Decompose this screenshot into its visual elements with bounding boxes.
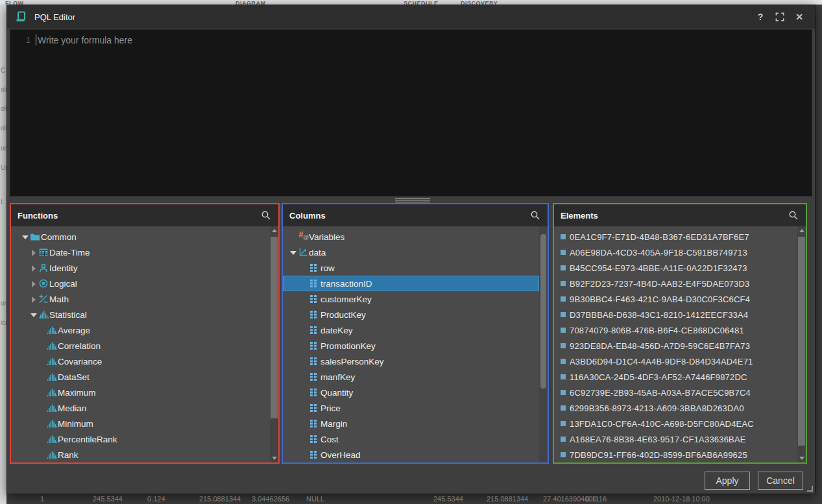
tree-item-label: transactionID	[320, 279, 372, 289]
functions-search-icon[interactable]	[260, 210, 272, 221]
tree-item-label: Identity	[49, 263, 78, 273]
tree-indent	[11, 361, 38, 362]
tree-item-Identity[interactable]: Identity	[11, 260, 270, 276]
element-item[interactable]: 923DE8DA-EB48-456D-A7D9-59C6E4B7FA73	[554, 338, 797, 354]
scroll-thumb[interactable]	[540, 234, 546, 389]
cancel-button[interactable]: Cancel	[758, 472, 803, 490]
tree-item-Math[interactable]: Math	[11, 291, 270, 307]
tree-item-Quantity[interactable]: Quantity	[283, 385, 539, 400]
tree-item-Margin[interactable]: Margin	[283, 416, 539, 431]
chevron-down-icon[interactable]	[21, 233, 30, 241]
scroll-thumb[interactable]	[798, 237, 805, 446]
tree-item-manfKey[interactable]: manfKey	[283, 369, 539, 385]
background-left-panel: ColuoluolunnUntonica	[0, 5, 6, 504]
element-item[interactable]: 0EA1C9F7-E71D-4B48-B367-6ED31A7BF6E7	[554, 229, 797, 245]
columns-panel-header: Columns	[283, 204, 548, 226]
background-table-value: 245.5344	[93, 495, 123, 503]
columns-scrollbar[interactable]	[539, 226, 548, 462]
element-item[interactable]: D37BBBA8-D638-43C1-8210-1412EECF33A4	[554, 307, 797, 322]
element-item[interactable]: 9B30BBC4-F463-421C-9AB4-D30C0F3C6CF4	[554, 291, 797, 307]
logical-icon	[38, 278, 49, 289]
column-grid-icon	[309, 434, 320, 444]
tree-item-Average[interactable]: Average	[11, 322, 270, 338]
scroll-down-button[interactable]	[270, 453, 278, 462]
maximize-icon	[775, 12, 784, 21]
element-item[interactable]: 7DB9DC91-FF66-402D-8599-BF6AB6A99625	[554, 447, 797, 462]
element-guid: 9B30BBC4-F463-421C-9AB4-D30C0F3C6CF4	[570, 294, 750, 304]
chevron-down-icon[interactable]	[30, 311, 38, 319]
tree-item-Minimum[interactable]: Minimum	[11, 416, 270, 431]
column-grid-icon	[309, 294, 320, 304]
tree-item-Date-Time[interactable]: Date-Time	[11, 245, 270, 260]
element-guid: 70874079-806B-476B-B6F4-CE868DC06481	[570, 326, 744, 335]
tree-item-row[interactable]: row	[283, 260, 539, 276]
scroll-thumb[interactable]	[271, 237, 278, 418]
tree-item-Rank[interactable]: Rank	[11, 447, 270, 462]
tree-item-ProductKey[interactable]: ProductKey	[283, 307, 539, 322]
maximize-button[interactable]	[772, 9, 788, 25]
stats-icon	[47, 418, 58, 429]
element-item[interactable]: 13FDA1C0-CF6A-410C-A698-D5FC80AD4EAC	[554, 416, 797, 431]
tree-item-Common[interactable]: Common	[11, 229, 270, 245]
tree-item-Logical[interactable]: Logical	[11, 276, 270, 291]
chevron-right-icon[interactable]	[30, 264, 38, 272]
element-guid: 7DB9DC91-FF66-402D-8599-BF6AB6A99625	[570, 450, 747, 460]
element-item[interactable]: B45CC954-E973-4BBE-A11E-0A22D1F32473	[554, 260, 797, 276]
element-item[interactable]: A3BD6D94-D1C4-4A4B-9DF8-D84D34AD4E71	[554, 354, 797, 369]
chevron-right-icon[interactable]	[30, 280, 38, 288]
tree-item-label: Maximum	[58, 388, 96, 398]
formula-editor[interactable]: 1 Write your formula here	[10, 29, 812, 197]
tree-item-label: customerKey	[320, 294, 372, 304]
element-bullet-icon	[561, 405, 566, 411]
background-text-fragment: Un	[1, 164, 6, 171]
chevron-down-icon[interactable]	[289, 248, 298, 257]
element-item[interactable]: B92F2D23-7237-4B4D-AAB2-E4F5DAE073D3	[554, 276, 797, 291]
help-button[interactable]: ?	[753, 9, 768, 25]
screen: FLOWDIAGRAMSCHEDULEDISCOVERY Coluoluolun…	[0, 0, 822, 504]
tree-item-label: DataSet	[58, 372, 90, 382]
element-item[interactable]: A06E98DA-4CD3-405A-9F18-C591BB749713	[554, 245, 797, 260]
scroll-up-button[interactable]	[797, 226, 806, 235]
scroll-up-button[interactable]	[270, 226, 278, 235]
tree-item-OverHead[interactable]: OverHead	[283, 447, 539, 462]
element-item[interactable]: A168EA76-8B38-4E63-9517-CF1A33636BAE	[554, 431, 797, 447]
tree-item-dateKey[interactable]: dateKey	[283, 322, 539, 338]
tree-item-Covariance[interactable]: Covariance	[11, 354, 270, 369]
arrow-spacer	[301, 311, 309, 319]
tree-item-transactionID[interactable]: transactionID	[283, 276, 539, 291]
arrow-spacer	[38, 326, 47, 335]
tree-item-Median[interactable]: Median	[11, 400, 270, 416]
tree-item-salesPersonKey[interactable]: salesPersonKey	[283, 354, 539, 369]
close-button[interactable]: ✕	[792, 9, 807, 25]
tree-item-DataSet[interactable]: DataSet	[11, 369, 270, 385]
element-item[interactable]: 70874079-806B-476B-B6F4-CE868DC06481	[554, 322, 797, 338]
scroll-down-button[interactable]	[797, 453, 806, 462]
tree-item-customerKey[interactable]: customerKey	[283, 291, 539, 307]
apply-button[interactable]: Apply	[705, 472, 750, 490]
tree-item-PromotionKey[interactable]: PromotionKey	[283, 338, 539, 354]
chevron-right-icon[interactable]	[30, 295, 38, 304]
element-guid: 116A30CA-24D5-4DF3-AF52-A7446F9872DC	[570, 372, 747, 382]
columns-search-icon[interactable]	[529, 210, 541, 221]
element-item[interactable]: 6C92739E-2B93-45AB-A03A-B7ACE5C9B7C4	[554, 385, 797, 400]
text-caret	[36, 34, 36, 45]
tree-indent	[283, 392, 301, 393]
element-item[interactable]: 6299B356-8973-4213-A609-3BBA8D263DA0	[554, 400, 797, 416]
math-icon	[38, 294, 49, 304]
elements-scrollbar[interactable]	[797, 226, 806, 462]
tree-item-Cost[interactable]: Cost	[283, 431, 539, 447]
functions-scrollbar[interactable]	[270, 226, 278, 462]
chevron-right-icon[interactable]	[30, 248, 38, 257]
resize-grip[interactable]	[807, 486, 813, 492]
tree-item-Correlation[interactable]: Correlation	[11, 338, 270, 354]
tree-item-Price[interactable]: Price	[283, 400, 539, 416]
tree-item-data[interactable]: data	[283, 245, 539, 260]
tree-item-PercentileRank[interactable]: PercentileRank	[11, 431, 270, 447]
tree-item-Statistical[interactable]: Statistical	[11, 307, 270, 322]
elements-search-icon[interactable]	[788, 210, 799, 221]
tree-item-label: Average	[58, 326, 90, 335]
tree-item-Variables[interactable]: #@Variables	[283, 229, 539, 245]
editor-panels-splitter[interactable]	[395, 198, 430, 203]
tree-item-Maximum[interactable]: Maximum	[11, 385, 270, 400]
element-item[interactable]: 116A30CA-24D5-4DF3-AF52-A7446F9872DC	[554, 369, 797, 385]
